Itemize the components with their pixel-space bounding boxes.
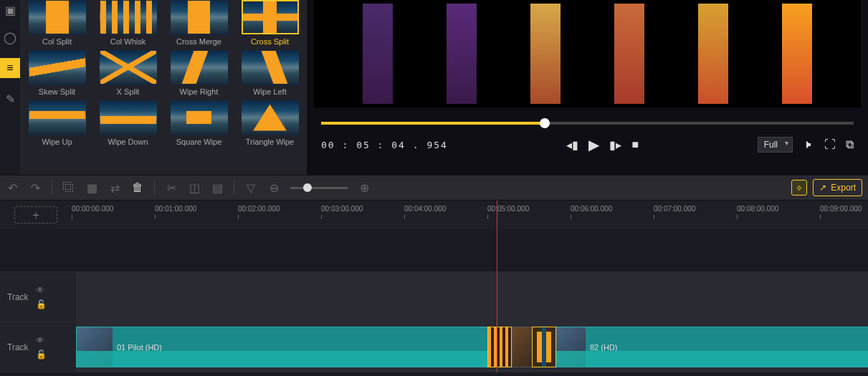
export-button[interactable]: ↗ Export bbox=[813, 179, 862, 196]
transition-thumb bbox=[100, 0, 157, 34]
transition-label: Skew Split bbox=[39, 87, 75, 96]
empty-track-area bbox=[0, 229, 868, 272]
transition-label: Col Split bbox=[42, 37, 72, 46]
ruler-tick: 00:05:00.000 bbox=[487, 205, 529, 213]
timecode: 00 : 05 : 04 . 954 bbox=[321, 140, 448, 150]
track-body[interactable]: 01 Pilot (HD)82 (HD) bbox=[76, 322, 868, 372]
track-label: Track bbox=[7, 342, 29, 352]
export-label: Export bbox=[831, 183, 856, 193]
ruler-tick: 00:07:00.000 bbox=[654, 205, 695, 213]
paste-icon[interactable]: ▦ bbox=[85, 181, 98, 195]
transition-thumb bbox=[171, 100, 228, 135]
delete-icon[interactable]: 🗑 bbox=[131, 181, 144, 194]
preview-bar bbox=[447, 4, 477, 104]
link-icon[interactable]: ⇄ bbox=[108, 181, 121, 195]
timeline: ＋ 00:00:00.00000:01:00.00000:02:00.00000… bbox=[0, 201, 868, 372]
applied-transition[interactable] bbox=[532, 327, 556, 367]
transition-thumb bbox=[100, 100, 157, 135]
ruler-tick: 00:06:00.000 bbox=[571, 205, 612, 213]
clip[interactable]: 82 (HD) bbox=[549, 327, 868, 367]
progress-bar[interactable] bbox=[321, 122, 854, 125]
transition-label: Square Wipe bbox=[176, 138, 222, 146]
group-icon[interactable]: ▤ bbox=[211, 181, 224, 195]
track-header: Track 👁 🔓 bbox=[0, 272, 76, 322]
transition-item-square-wipe[interactable]: Square Wipe bbox=[168, 100, 230, 146]
snapshot-icon[interactable]: ⛶ bbox=[824, 138, 836, 151]
track-label: Track bbox=[7, 292, 29, 302]
visibility-icon[interactable]: 👁 bbox=[36, 335, 47, 345]
preview-bar bbox=[614, 4, 644, 104]
transition-thumb bbox=[29, 0, 86, 34]
transition-label: Col Whisk bbox=[110, 37, 146, 46]
marker-icon[interactable]: ▽ bbox=[244, 181, 257, 195]
track-header: Track 👁 🔓 bbox=[0, 322, 76, 372]
zoom-slider[interactable] bbox=[290, 187, 348, 189]
separator bbox=[52, 180, 52, 195]
transition-item-triangle-wipe[interactable]: Triangle Wipe bbox=[239, 100, 301, 146]
size-mode-select[interactable]: Full bbox=[758, 137, 793, 153]
zoom-in-icon[interactable]: ⊕ bbox=[358, 181, 371, 195]
clip[interactable]: 01 Pilot (HD) bbox=[76, 327, 513, 367]
track-row: Track 👁 🔓 01 Pilot (HD)82 (HD) bbox=[0, 322, 868, 372]
export-arrow-icon: ↗ bbox=[819, 183, 826, 193]
sidebar-shapes-icon[interactable]: ◯ bbox=[4, 31, 16, 44]
transition-label: Cross Split bbox=[251, 37, 289, 46]
undo-icon[interactable]: ↶ bbox=[6, 181, 19, 195]
clip-label: 01 Pilot (HD) bbox=[113, 343, 162, 352]
transition-thumb bbox=[29, 50, 86, 85]
zoom-handle[interactable] bbox=[303, 183, 312, 192]
ai-button[interactable]: ⟡ bbox=[791, 180, 807, 196]
transition-item-wipe-left[interactable]: Wipe Left bbox=[239, 50, 301, 96]
progress-fill bbox=[321, 122, 545, 125]
clip-audio-bar bbox=[77, 351, 512, 367]
copy-icon[interactable]: ⿻ bbox=[62, 181, 75, 194]
stop-icon[interactable]: ■ bbox=[631, 138, 639, 151]
transition-item-col-split[interactable]: Col Split bbox=[26, 0, 88, 46]
ruler-tick: 00:02:00.000 bbox=[238, 205, 280, 213]
progress-handle[interactable] bbox=[540, 118, 550, 128]
lock-icon[interactable]: 🔓 bbox=[36, 350, 47, 360]
transition-thumb bbox=[242, 100, 299, 135]
ruler-tick: 00:09:00.000 bbox=[820, 205, 862, 213]
transition-item-skew-split[interactable]: Skew Split bbox=[26, 50, 88, 96]
ruler-tick: 00:04:00.000 bbox=[404, 205, 446, 213]
cut-icon[interactable]: ✂ bbox=[165, 181, 178, 195]
zoom-out-icon[interactable]: ⊖ bbox=[267, 181, 280, 195]
ruler-tick: 00:08:00.000 bbox=[737, 205, 778, 213]
redo-icon[interactable]: ↷ bbox=[29, 181, 42, 195]
transition-item-wipe-down[interactable]: Wipe Down bbox=[97, 100, 159, 146]
transition-thumb bbox=[100, 50, 157, 85]
play-icon[interactable]: ▶ bbox=[588, 136, 599, 153]
next-frame-icon[interactable]: ▮▸ bbox=[609, 138, 621, 152]
transition-item-x-split[interactable]: X Split bbox=[97, 50, 159, 96]
transition-item-cross-split[interactable]: Cross Split bbox=[239, 0, 301, 46]
track-row: Track 👁 🔓 bbox=[0, 272, 868, 322]
volume-icon[interactable]: 🕨 bbox=[803, 138, 814, 151]
separator bbox=[154, 180, 155, 195]
crop-icon[interactable]: ◫ bbox=[188, 181, 201, 195]
timeline-toolbar: ↶ ↷ ⿻ ▦ ⇄ 🗑 ✂ ◫ ▤ ▽ ⊖ ⊕ ⟡ ↗ Export bbox=[0, 175, 868, 201]
prev-frame-icon[interactable]: ◂▮ bbox=[566, 138, 578, 152]
track-body[interactable] bbox=[76, 272, 868, 322]
left-sidebar: ▣ ◯ ≡ ✎ bbox=[0, 0, 20, 175]
preview-area: 00 : 05 : 04 . 954 ◂▮ ▶ ▮▸ ■ Full 🕨 ⛶ ⧉ bbox=[307, 0, 868, 175]
clip-thumb-mid bbox=[512, 327, 533, 367]
timeline-ruler: ＋ 00:00:00.00000:01:00.00000:02:00.00000… bbox=[0, 201, 868, 229]
sidebar-effects-icon[interactable]: ✎ bbox=[4, 92, 16, 105]
visibility-icon[interactable]: 👁 bbox=[36, 285, 47, 295]
transition-label: X Split bbox=[117, 87, 140, 96]
transition-item-wipe-right[interactable]: Wipe Right bbox=[168, 50, 230, 96]
transition-thumb bbox=[171, 0, 228, 34]
transition-label: Wipe Down bbox=[108, 138, 148, 146]
add-track-button[interactable]: ＋ bbox=[14, 206, 57, 223]
sidebar-media-icon[interactable]: ▣ bbox=[4, 4, 16, 16]
transition-item-wipe-up[interactable]: Wipe Up bbox=[26, 100, 88, 146]
detach-icon[interactable]: ⧉ bbox=[846, 138, 854, 151]
separator bbox=[234, 180, 234, 195]
transition-item-col-whisk[interactable]: Col Whisk bbox=[97, 0, 159, 46]
transition-label: Triangle Wipe bbox=[246, 138, 294, 146]
transition-item-cross-merge[interactable]: Cross Merge bbox=[168, 0, 230, 46]
sidebar-transitions-icon[interactable]: ≡ bbox=[0, 58, 20, 78]
lock-icon[interactable]: 🔓 bbox=[36, 299, 47, 309]
applied-transition[interactable] bbox=[487, 327, 512, 367]
